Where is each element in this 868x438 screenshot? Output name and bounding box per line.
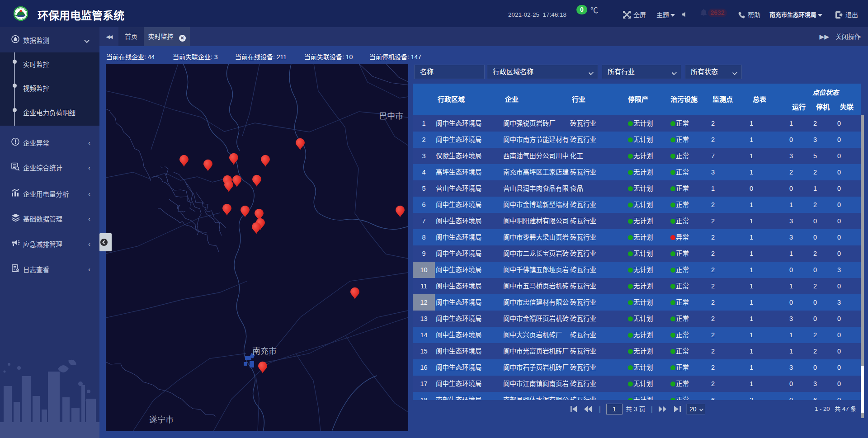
svg-text:巴中市: 巴中市 — [379, 112, 403, 121]
svg-text:遂宁市: 遂宁市 — [149, 415, 174, 424]
svg-text:南充市: 南充市 — [252, 347, 277, 356]
